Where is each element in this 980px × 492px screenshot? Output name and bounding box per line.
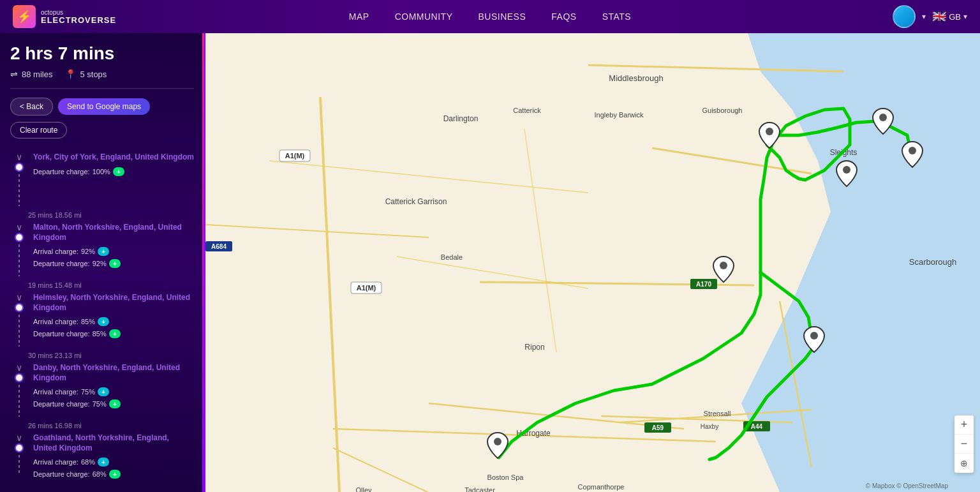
app-header: ⚡ octopus ELECTROVERSE MAP COMMUNITY BUS…	[0, 0, 980, 33]
svg-point-50	[494, 438, 501, 445]
danby-info: Danby, North Yorkshire, England, United …	[33, 363, 194, 410]
goathland-dot	[15, 444, 24, 452]
malton-segment-time: 25 mins 18.56 mi	[28, 211, 194, 219]
header-right: ▾ 🇬🇧 GB ▾	[852, 5, 967, 28]
malton-arrival: Arrival charge: 92% +	[33, 247, 109, 256]
nav-map[interactable]: MAP	[349, 11, 369, 22]
helmsley-name: Helmsley, North Yorkshire, England, Unit…	[33, 293, 194, 313]
goathland-departure-badge: +	[109, 470, 121, 479]
map-attribution: © Mapbox © OpenStreetMap	[866, 482, 948, 489]
zoom-controls: + − ⊕	[954, 415, 974, 473]
goathland-info: Goathland, North Yorkshire, England, Uni…	[33, 433, 194, 480]
helmsley-arrival-badge: +	[98, 317, 109, 326]
svg-text:Guisborough: Guisborough	[702, 107, 743, 114]
goathland-segment-time: 26 mins 16.98 mi	[28, 422, 194, 429]
user-avatar[interactable]	[893, 5, 916, 28]
danby-segment-time: 30 mins 23.13 mi	[28, 352, 194, 359]
svg-point-60	[810, 332, 818, 339]
helmsley-arrival: Arrival charge: 85% +	[33, 317, 109, 326]
clear-route-button[interactable]: Clear route	[10, 122, 67, 138]
divider	[10, 88, 194, 89]
stops-icon: 📍	[65, 69, 76, 79]
svg-point-58	[909, 147, 916, 154]
stop-helmsley: 19 mins 15.48 mi ∨ Helmsley, North Yorks…	[10, 281, 194, 347]
action-buttons: < Back Send to Google maps	[10, 98, 194, 116]
danby-arrival: Arrival charge: 75% +	[33, 387, 109, 396]
svg-text:A44: A44	[751, 423, 763, 430]
malton-line	[19, 244, 20, 276]
goathland-expand-button[interactable]: ∨	[16, 433, 22, 442]
svg-text:A1(M): A1(M)	[357, 284, 376, 292]
nav-stats[interactable]: STATS	[602, 11, 632, 22]
york-name: York, City of York, England, United King…	[33, 153, 194, 163]
stop-danby: 30 mins 23.13 mi ∨ Danby, North Yorkshir…	[10, 352, 194, 417]
york-expand-button[interactable]: ∨	[16, 153, 22, 161]
svg-text:Ingleby Barwick: Ingleby Barwick	[594, 111, 644, 119]
clear-route-container: Clear route	[10, 122, 194, 138]
main-nav: MAP COMMUNITY BUSINESS FAQS STATS	[128, 11, 852, 22]
goathland-arrival: Arrival charge: 68% +	[33, 458, 109, 466]
zoom-out-button[interactable]: −	[954, 435, 974, 454]
svg-text:Scarborough: Scarborough	[909, 257, 956, 267]
danby-expand-button[interactable]: ∨	[16, 363, 22, 372]
distance-icon: ⇌	[10, 69, 18, 79]
distance-stat: ⇌ 88 miles	[10, 69, 52, 79]
stops-list: ∨ York, City of York, England, United Ki…	[10, 147, 194, 480]
danby-line	[19, 385, 20, 417]
locale-selector[interactable]: 🇬🇧 GB ▾	[932, 10, 967, 24]
danby-departure-badge: +	[109, 399, 121, 408]
svg-text:A59: A59	[652, 424, 664, 431]
gb-flag-icon: 🇬🇧	[932, 10, 946, 24]
route-summary: 2 hrs 7 mins ⇌ 88 miles 📍 5 stops < Back…	[10, 43, 194, 138]
york-line	[19, 174, 20, 206]
stops-stat: 📍 5 stops	[65, 69, 107, 79]
malton-expand-button[interactable]: ∨	[16, 223, 22, 232]
nav-business[interactable]: BUSINESS	[478, 11, 526, 22]
svg-text:Ripon: Ripon	[524, 343, 544, 352]
goathland-name: Goathland, North Yorkshire, England, Uni…	[33, 433, 194, 453]
user-dropdown-button[interactable]: ▾	[922, 12, 926, 21]
logo-electroverse: ELECTROVERSE	[41, 16, 116, 24]
svg-text:Catterick: Catterick	[513, 107, 541, 114]
danby-name: Danby, North Yorkshire, England, United …	[33, 363, 194, 383]
route-time: 2 hrs 7 mins	[10, 43, 194, 64]
malton-departure: Departure charge: 92% +	[33, 259, 121, 268]
logo-icon: ⚡	[13, 5, 36, 28]
svg-text:Olley: Olley	[355, 486, 372, 492]
nav-community[interactable]: COMMUNITY	[395, 11, 453, 22]
svg-text:Middlesbrough: Middlesbrough	[609, 73, 663, 83]
locale-label: GB	[949, 12, 961, 22]
svg-text:A170: A170	[696, 281, 711, 288]
svg-point-54	[766, 128, 773, 135]
stops-value: 5 stops	[80, 70, 107, 79]
helmsley-departure: Departure charge: 85% +	[33, 329, 121, 338]
svg-point-56	[879, 114, 887, 121]
svg-text:Catterick Garrison: Catterick Garrison	[385, 197, 447, 206]
york-dot	[15, 163, 24, 172]
malton-info: Malton, North Yorkshire, England, United…	[33, 223, 194, 269]
helmsley-segment-time: 19 mins 15.48 mi	[28, 281, 194, 289]
goathland-line	[19, 455, 20, 474]
nav-faqs[interactable]: FAQS	[551, 11, 576, 22]
york-departure-badge: +	[113, 167, 124, 176]
avatar-image	[894, 6, 914, 27]
stop-goathland: 26 mins 16.98 mi ∨ Goathland, North York…	[10, 422, 194, 480]
danby-departure: Departure charge: 75% +	[33, 399, 121, 408]
svg-text:Darlington: Darlington	[443, 114, 479, 123]
zoom-reset-button[interactable]: ⊕	[954, 454, 974, 473]
helmsley-expand-button[interactable]: ∨	[16, 293, 22, 302]
stop-malton: 25 mins 18.56 mi ∨ Malton, North Yorkshi…	[10, 211, 194, 276]
map-area[interactable]: A1(M) A1(M) A170 A59 A44 A684 Middlesbro…	[205, 33, 980, 492]
danby-dot	[15, 373, 24, 382]
york-info: York, City of York, England, United King…	[33, 153, 194, 177]
back-button[interactable]: < Back	[10, 98, 53, 116]
locale-dropdown-button[interactable]: ▾	[963, 12, 967, 21]
svg-point-62	[843, 166, 850, 174]
logo-text: octopus ELECTROVERSE	[41, 10, 116, 24]
zoom-in-button[interactable]: +	[954, 415, 974, 435]
send-to-google-button[interactable]: Send to Google maps	[58, 98, 150, 115]
map-svg: A1(M) A1(M) A170 A59 A44 A684 Middlesbro…	[205, 33, 980, 492]
svg-text:Haxby: Haxby	[701, 423, 718, 430]
svg-text:A684: A684	[211, 243, 226, 250]
svg-text:Strensall: Strensall	[704, 410, 731, 417]
